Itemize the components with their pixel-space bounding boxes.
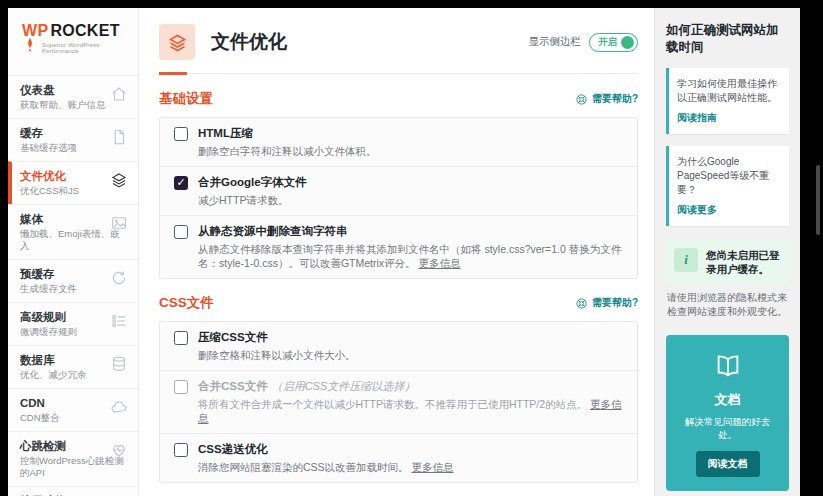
sidebar-toggle-label: 显示侧边栏 <box>529 35 582 49</box>
logo-wp-text: WP <box>22 22 48 39</box>
help-panel-heading: 如何正确测试网站加载时间 <box>666 22 789 56</box>
checkbox[interactable] <box>174 443 188 457</box>
sidebar: WPROCKET Superior WordPress Performance … <box>8 8 139 496</box>
info-icon: i <box>674 248 698 272</box>
toggle-state-text: 开启 <box>598 36 617 49</box>
help-card-text: 为什么Google PageSpeed等级不重要？ <box>677 155 781 197</box>
css-files-card: 压缩CSS文件 删除空格和注释以减小文件大小。 合并CSS文件（启用CSS文件压… <box>159 321 638 483</box>
read-guide-link[interactable]: 阅读指南 <box>677 111 781 125</box>
notice-body: 请使用浏览器的隐私模式来检查网站速度和外观变化。 <box>666 291 789 319</box>
sidebar-item-cache[interactable]: 缓存 基础缓存选项 <box>8 118 138 161</box>
sidebar-item-cdn[interactable]: CDN CDN整合 <box>8 388 138 431</box>
page-header: 文件优化 显示侧边栏 开启 <box>159 22 638 62</box>
section-css-files: CSS文件 需要帮助? <box>159 294 638 312</box>
option-description: 从静态文件移除版本查询字符串并将其添加到文件名中（如将 style.css?ve… <box>198 242 623 270</box>
option-description: 删除空格和注释以减小文件大小。 <box>198 348 623 362</box>
section-title: CSS文件 <box>159 294 214 312</box>
lifebuoy-icon <box>575 93 588 106</box>
option-row-minify-css: 压缩CSS文件 删除空格和注释以减小文件大小。 <box>160 322 637 370</box>
sidebar-item-database[interactable]: 数据库 优化、减少冗余 <box>8 345 138 388</box>
sidebar-toggle[interactable]: 开启 <box>589 33 638 52</box>
refresh-icon <box>110 269 128 287</box>
wp-rocket-logo: WPROCKET Superior WordPress Performance <box>8 8 138 67</box>
read-more-link[interactable]: 阅读更多 <box>677 203 781 217</box>
section-title: 基础设置 <box>159 90 213 108</box>
sidebar-item-preload[interactable]: 预缓存 生成缓存文件 <box>8 259 138 302</box>
need-help-link[interactable]: 需要帮助? <box>575 92 638 106</box>
sidebar-item-media[interactable]: 媒体 懒加载、Emoji表情、嵌入 <box>8 204 138 259</box>
option-description: 消除您网站阻塞渲染的CSS以改善加载时间。 更多信息 <box>198 460 623 474</box>
checkbox[interactable] <box>174 380 188 394</box>
notice-title: 您尚未启用已登录用户缓存。 <box>706 248 781 276</box>
logo-tagline: Superior WordPress Performance <box>42 42 128 54</box>
option-label: HTML压缩 <box>198 126 623 141</box>
layers-icon <box>110 171 128 189</box>
basic-settings-card: HTML压缩 删除空白字符和注释以减小文件体积。 合并Google字体文件 减少… <box>159 117 638 279</box>
option-row-html-minify: HTML压缩 删除空白字符和注释以减小文件体积。 <box>160 118 637 166</box>
sidebar-toggle-wrap: 显示侧边栏 开启 <box>529 33 639 52</box>
rocket-flame-icon <box>25 38 35 52</box>
option-label: 合并CSS文件（启用CSS文件压缩以选择） <box>198 379 623 394</box>
wp-rocket-settings-window: WPROCKET Superior WordPress Performance … <box>8 8 800 496</box>
lifebuoy-icon <box>575 297 588 310</box>
sidebar-item-heartbeat[interactable]: 心跳检测 控制WordPress心跳检测的API <box>8 431 138 486</box>
file-icon <box>110 128 128 146</box>
toggle-dot <box>621 36 634 49</box>
checkbox[interactable] <box>174 127 188 141</box>
cloud-icon <box>110 398 128 416</box>
sidebar-item-advanced-rules[interactable]: 高级规则 微调缓存规则 <box>8 302 138 345</box>
more-info-link[interactable]: 更多信息 <box>412 461 454 473</box>
option-label: 合并Google字体文件 <box>198 175 623 190</box>
database-icon <box>110 355 128 373</box>
help-card: 为什么Google PageSpeed等级不重要？ 阅读更多 <box>666 146 789 226</box>
option-row-optimize-css-delivery: CSS递送优化 消除您网站阻塞渲染的CSS以改善加载时间。 更多信息 <box>160 433 637 482</box>
checkbox[interactable] <box>174 225 188 239</box>
section-basic-settings: 基础设置 需要帮助? <box>159 90 638 108</box>
user-cache-notice: i 您尚未启用已登录用户缓存。 请使用浏览器的隐私模式来检查网站速度和外观变化。 <box>666 240 789 319</box>
image-icon <box>110 214 128 232</box>
rules-list-icon <box>110 312 128 330</box>
checkbox[interactable] <box>174 176 188 190</box>
help-card-text: 学习如何使用最佳操作以正确测试网站性能。 <box>677 77 781 105</box>
help-card: 学习如何使用最佳操作以正确测试网站性能。 阅读指南 <box>666 68 789 134</box>
need-help-link[interactable]: 需要帮助? <box>575 296 638 310</box>
option-description: 删除空白字符和注释以减小文件体积。 <box>198 144 623 158</box>
option-label: 从静态资源中删除查询字符串 <box>198 224 623 239</box>
option-row-remove-query-strings: 从静态资源中删除查询字符串 从静态文件移除版本查询字符串并将其添加到文件名中（如… <box>160 215 637 278</box>
doc-card-description: 解决常见问题的好去处。 <box>676 415 779 441</box>
option-row-combine-google-fonts: 合并Google字体文件 减少HTTP请求数。 <box>160 166 637 215</box>
sidebar-item-addons[interactable]: 扩展功能 提供更多设置 <box>8 486 138 496</box>
documentation-card: 文档 解决常见问题的好去处。 阅读文档 <box>666 335 789 491</box>
main-content: 文件优化 显示侧边栏 开启 基础设置 需要帮助? HTML压缩 <box>139 8 654 496</box>
header-divider <box>159 72 638 75</box>
option-label: CSS递送优化 <box>198 442 623 457</box>
layers-icon <box>159 24 195 60</box>
heartbeat-icon <box>110 441 128 459</box>
page-title: 文件优化 <box>211 29 529 55</box>
option-description: 将所有文件合并成一个文件以减少HTTP请求数。不推荐用于已使用HTTP/2的站点… <box>198 397 623 425</box>
help-panel: 如何正确测试网站加载时间 学习如何使用最佳操作以正确测试网站性能。 阅读指南 为… <box>654 8 800 496</box>
read-documentation-button[interactable]: 阅读文档 <box>696 451 760 477</box>
option-description: 减少HTTP请求数。 <box>198 193 623 207</box>
book-icon <box>713 367 743 384</box>
home-icon <box>110 85 128 103</box>
option-row-combine-css: 合并CSS文件（启用CSS文件压缩以选择） 将所有文件合并成一个文件以减少HTT… <box>160 370 637 433</box>
scrollbar-thumb[interactable] <box>816 165 820 235</box>
doc-card-title: 文档 <box>676 391 779 409</box>
checkbox[interactable] <box>174 331 188 345</box>
sidebar-nav: 仪表盘 获取帮助、账户信息 缓存 基础缓存选项 文件优化 优化CSS和JS 媒体… <box>8 75 138 496</box>
more-info-link[interactable]: 更多信息 <box>419 257 461 269</box>
option-label: 压缩CSS文件 <box>198 330 623 345</box>
sidebar-item-dashboard[interactable]: 仪表盘 获取帮助、账户信息 <box>8 75 138 118</box>
sidebar-item-file-optimization[interactable]: 文件优化 优化CSS和JS <box>8 161 138 204</box>
logo-rocket-text: ROCKET <box>50 22 119 39</box>
